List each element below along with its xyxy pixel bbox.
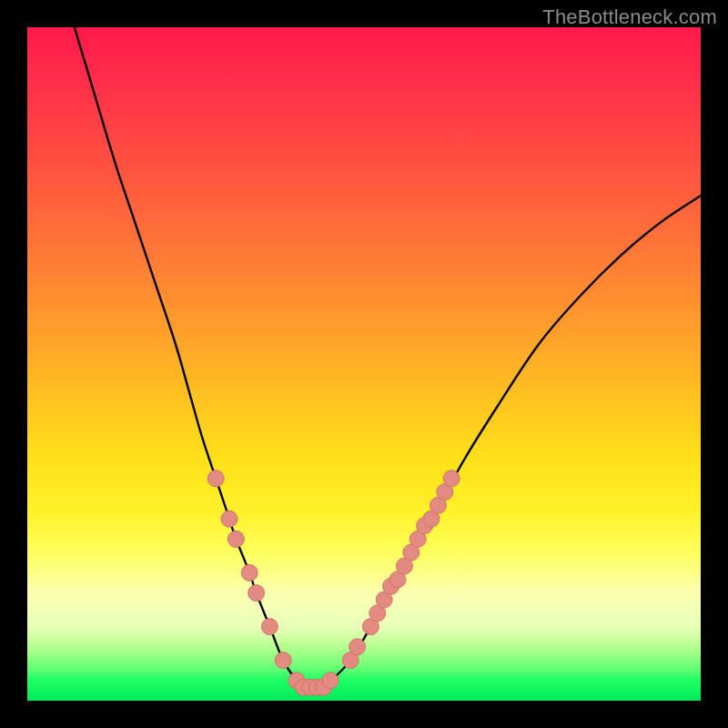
watermark-text: TheBottleneck.com <box>542 5 717 29</box>
marker-dot <box>221 511 238 527</box>
highlighted-points <box>207 470 460 695</box>
marker-dot <box>228 531 244 547</box>
plot-area <box>27 27 701 701</box>
marker-dot <box>349 639 366 655</box>
marker-dot <box>207 470 224 487</box>
marker-dot <box>275 652 291 669</box>
marker-dot <box>261 619 278 635</box>
marker-dot <box>241 564 258 581</box>
chart-stage: TheBottleneck.com <box>0 0 728 728</box>
marker-dot <box>443 470 460 487</box>
marker-dot <box>248 585 265 602</box>
curve-svg <box>27 27 701 701</box>
marker-dot <box>322 672 339 689</box>
